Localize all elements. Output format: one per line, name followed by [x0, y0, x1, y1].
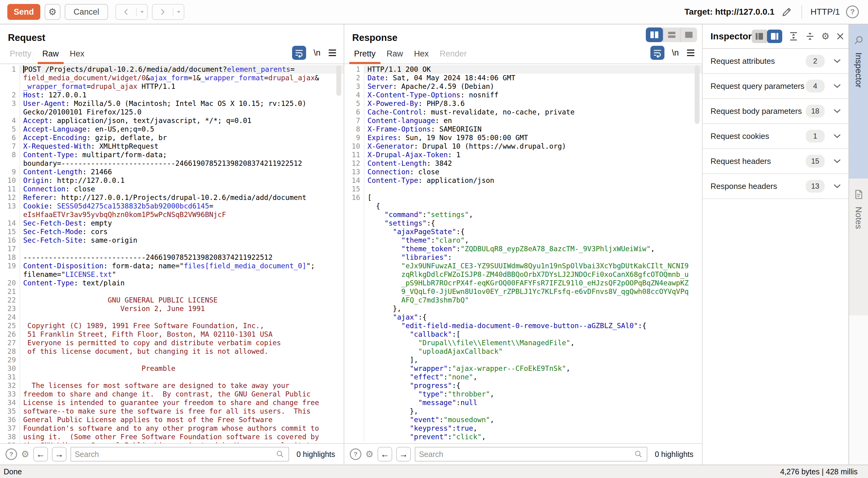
show-newlines-icon[interactable]: \n [313, 48, 320, 58]
collapse-all-icon[interactable] [805, 31, 815, 41]
request-scrollbar[interactable] [336, 65, 341, 96]
layout-single-button[interactable] [680, 27, 697, 42]
send-button[interactable]: Send [7, 4, 40, 20]
code-line: 4X-Content-Type-Options: nosniff [344, 91, 702, 99]
section-request-attributes[interactable]: Request attributes 2 [703, 49, 848, 74]
code-line: 7Content-language: en [344, 116, 702, 125]
tab-raw[interactable]: Raw [37, 49, 64, 63]
search-next-button[interactable]: → [52, 447, 66, 461]
request-highlights-count: 0 highlights [297, 450, 335, 459]
code-line: 9Expires: Sun, 19 Nov 1978 05:00:00 GMT [344, 133, 702, 142]
count-badge: 18 [806, 105, 825, 118]
code-line: 13Connection: close [344, 168, 702, 176]
inspector-layout-right-button[interactable] [767, 30, 782, 43]
back-dropdown-button[interactable] [137, 5, 147, 19]
word-wrap-icon[interactable] [292, 46, 306, 60]
response-tabs: Pretty Raw Hex Render \n [344, 45, 702, 64]
side-tab-inspector[interactable]: Inspector [849, 24, 868, 179]
tab-raw[interactable]: Raw [381, 49, 409, 63]
code-line: 34License is intended to guarantee your … [0, 398, 344, 407]
code-line: field_media_document/widget/0&ajax_form=… [0, 73, 344, 82]
section-request-query-parameters[interactable]: Request query parameters 4 [703, 74, 848, 99]
response-search-field [415, 447, 647, 461]
layout-toggle [646, 27, 697, 42]
inspector-settings-icon[interactable]: ⚙ [821, 32, 830, 41]
response-editor[interactable]: 1HTTP/1.1 200 OK2Date: Sat, 04 May 2024 … [344, 64, 702, 443]
request-editor[interactable]: 1POST /Projects/drupal-10.2.6/media/add/… [0, 64, 344, 443]
section-label: Request cookies [711, 131, 806, 141]
search-prev-button[interactable]: ← [377, 447, 392, 461]
code-line: 33freedom to share and change it. By con… [0, 390, 344, 398]
section-request-headers[interactable]: Request headers 15 [703, 149, 848, 174]
count-badge: 13 [806, 180, 825, 192]
search-input[interactable] [75, 450, 276, 459]
tab-pretty[interactable]: Pretty [348, 49, 381, 63]
code-line: 6Accept-Encoding: gzip, deflate, br [0, 133, 344, 142]
layout-columns-button[interactable] [646, 27, 663, 42]
top-toolbar: Send ⚙ Cancel [0, 0, 868, 24]
repeater-window: Send ⚙ Cancel [0, 0, 868, 478]
code-line: 15Sec-Fetch-Mode: cors [0, 228, 344, 236]
close-icon[interactable] [836, 32, 845, 41]
code-line: 11X-Drupal-Ajax-Token: 1 [344, 150, 702, 159]
code-line: "settings":{ [344, 219, 702, 228]
code-line: "prevent":"click", [344, 432, 702, 441]
send-settings-button[interactable]: ⚙ [44, 4, 60, 20]
code-line: 12Referer: http://127.0.0.1/Projects/dru… [0, 193, 344, 202]
search-settings-icon[interactable]: ⚙ [365, 450, 374, 459]
code-line: "message":null [344, 398, 702, 407]
code-line: "theme":"claro", [344, 236, 702, 244]
section-label: Request headers [711, 157, 806, 166]
cancel-button[interactable]: Cancel [65, 4, 108, 20]
search-next-button[interactable]: → [396, 447, 411, 461]
side-tab-notes[interactable]: Notes [849, 179, 868, 315]
menu-icon[interactable] [686, 49, 695, 57]
word-wrap-icon[interactable] [650, 46, 664, 60]
tab-pretty[interactable]: Pretty [4, 49, 37, 63]
code-line: 3Server: Apache/2.4.59 (Debian) [344, 82, 702, 91]
search-input[interactable] [419, 450, 634, 459]
forward-dropdown-button[interactable] [173, 5, 184, 19]
inspector-icon [853, 35, 864, 46]
layout-rows-button[interactable] [663, 27, 680, 42]
code-line: 15 [344, 185, 702, 193]
help-icon[interactable]: ? [846, 5, 859, 18]
search-help-icon[interactable]: ? [5, 448, 17, 460]
tab-hex[interactable]: Hex [64, 49, 90, 63]
code-line: "theme_token":"ZQDBULqR8_eypZ8eA78_8azcT… [344, 244, 702, 253]
response-scrollbar[interactable] [695, 65, 700, 124]
chevron-down-icon [833, 134, 841, 139]
chevron-right-icon [153, 5, 173, 19]
http-version-label[interactable]: HTTP/1 [811, 7, 840, 17]
status-message: Done [4, 467, 22, 476]
tab-render[interactable]: Render [434, 49, 472, 63]
code-line: ], [344, 356, 702, 364]
search-prev-button[interactable]: ← [33, 447, 48, 461]
inspector-layout-left-button[interactable] [752, 30, 767, 43]
menu-icon[interactable] [328, 49, 337, 57]
forward-button[interactable] [152, 4, 184, 20]
edit-target-button[interactable] [781, 6, 793, 18]
back-button[interactable] [115, 4, 148, 20]
side-tab-label: Inspector [854, 53, 863, 88]
code-line: 21 [0, 287, 344, 296]
code-line: 14Content-Type: application/json [344, 176, 702, 185]
gear-icon: ⚙ [49, 7, 57, 17]
code-line: 19Content-Disposition: form-data; name="… [0, 262, 344, 270]
response-metrics: 4,276 bytes | 428 millis [780, 467, 858, 476]
code-line: 18-----------------------------246619078… [0, 253, 344, 262]
code-line: "edit-field-media-document-0-remove-butt… [344, 321, 702, 330]
search-settings-icon[interactable]: ⚙ [21, 450, 29, 459]
code-line: 39the GNU Library General Public License… [0, 441, 344, 443]
section-request-cookies[interactable]: Request cookies 1 [703, 124, 848, 149]
show-newlines-icon[interactable]: \n [672, 48, 679, 58]
section-response-headers[interactable]: Response headers 13 [703, 174, 848, 199]
tab-hex[interactable]: Hex [409, 49, 434, 63]
target-label: Target: http://127.0.0.1 [684, 7, 774, 17]
search-help-icon[interactable]: ? [350, 448, 361, 460]
code-line: 9Content-Length: 21466 [0, 168, 344, 176]
section-request-body-parameters[interactable]: Request body parameters 18 [703, 99, 848, 124]
code-line: 23 Version 2, June 1991 [0, 304, 344, 313]
code-line: 16Sec-Fetch-Site: same-origin [0, 236, 344, 244]
expand-all-icon[interactable] [788, 31, 799, 41]
